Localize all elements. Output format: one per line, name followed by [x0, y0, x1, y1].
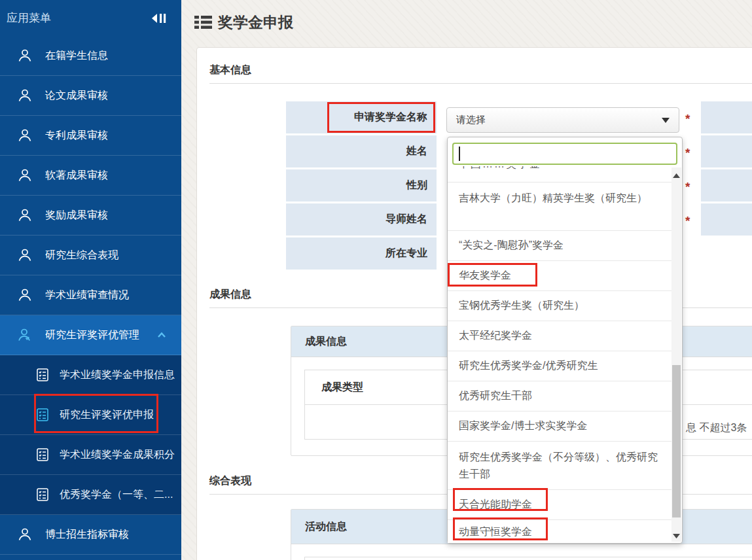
- select-value: 请选择: [456, 114, 486, 126]
- person-icon: [17, 287, 33, 303]
- form-label-major: 所在专业: [286, 237, 437, 270]
- text-caret: [459, 147, 460, 161]
- sidebar-item-grad-awards-application[interactable]: 研究生评奖评优申报: [0, 395, 181, 435]
- sidebar-item-academic-review-status[interactable]: 学术业绩审查情况: [0, 275, 181, 315]
- person-icon: [17, 207, 33, 223]
- sidebar-item-excellent-scholarship[interactable]: 优秀奖学金（一等、二...: [0, 475, 181, 515]
- person-icon: [17, 88, 33, 103]
- dropdown-option[interactable]: 优秀研究生干部: [448, 381, 673, 411]
- scrollbar-thumb[interactable]: [672, 365, 681, 517]
- dropdown-option-trina[interactable]: 天合光能助学金: [448, 490, 673, 520]
- activity-table: [304, 557, 752, 560]
- dropdown-option-clipped[interactable]: 中国……奖学金: [448, 166, 673, 183]
- dropdown-option-huayou[interactable]: 华友奖学金: [448, 261, 673, 291]
- dropdown-option[interactable]: 宝钢优秀学生奖（研究生）: [448, 291, 673, 321]
- scholarship-dropdown: 中国……奖学金 吉林大学（力旺）精英学生奖（研究生） “关实之-陶慰孙”奖学金 …: [447, 137, 683, 544]
- person-icon: [17, 128, 33, 143]
- sidebar-item-label: 学术业绩奖学金申报信息: [60, 368, 175, 382]
- form-right-label-cell: [701, 101, 752, 133]
- dropdown-option[interactable]: 研究生优秀奖学金（不分等级）、优秀研究生干部: [448, 442, 673, 490]
- sidebar-item-label: 学术业绩奖学金成果积分: [60, 448, 175, 462]
- scroll-down-icon[interactable]: [671, 533, 681, 539]
- sidebar-item-label: 在籍学生信息: [45, 49, 108, 63]
- form-right-label-cell: [701, 169, 752, 201]
- dropdown-option[interactable]: 国家奖学金/博士求实奖学金: [448, 411, 673, 442]
- form-label-name: 姓名: [286, 135, 437, 167]
- required-marker: *: [685, 146, 698, 160]
- sidebar-item-label: 研究生评奖评优申报: [60, 408, 154, 422]
- sidebar-item-label: 论文成果审核: [45, 89, 108, 103]
- sidebar-title: 应用菜单: [7, 10, 51, 26]
- dropdown-option-momentum[interactable]: 动量守恒奖学金: [448, 520, 673, 543]
- form-right-label-cell: [701, 135, 752, 167]
- section-divider: [209, 83, 752, 84]
- person-icon: [17, 167, 33, 183]
- sidebar-item-grad-awards-management[interactable]: 研究生评奖评优管理: [0, 315, 181, 355]
- dropdown-option-list: 中国……奖学金 吉林大学（力旺）精英学生奖（研究生） “关实之-陶慰孙”奖学金 …: [448, 166, 673, 543]
- section-title-achievement-info: 成果信息: [209, 288, 251, 302]
- dropdown-option[interactable]: 太平经纪奖学金: [448, 321, 673, 351]
- section-title-overall-performance: 综合表现: [209, 474, 251, 488]
- dropdown-arrow-icon: [662, 118, 670, 123]
- sidebar-item-paper-review[interactable]: 论文成果审核: [0, 76, 181, 116]
- achievement-empty-hint-fragment: 息 不超过3条: [686, 421, 747, 435]
- page-title: 奖学金申报: [218, 12, 293, 33]
- scholarship-application-page: 应用菜单 在籍学生信息 论文成果审核 专利成果审核 软著成果审核 奖励成果审核: [0, 0, 752, 560]
- sidebar: 应用菜单 在籍学生信息 论文成果审核 专利成果审核 软著成果审核 奖励成果审核: [0, 0, 181, 560]
- list-icon: [194, 15, 212, 29]
- sidebar-item-label: 软著成果审核: [45, 169, 108, 183]
- dropdown-option[interactable]: 研究生优秀奖学金/优秀研究生: [448, 351, 673, 381]
- sidebar-item-label: 研究生综合表现: [45, 249, 118, 262]
- sidebar-header: 应用菜单: [0, 0, 181, 36]
- form-label-gender: 性别: [286, 169, 437, 201]
- required-marker: *: [685, 112, 698, 126]
- dropdown-option[interactable]: 吉林大学（力旺）精英学生奖（研究生）: [448, 183, 673, 231]
- scroll-up-icon[interactable]: [671, 173, 681, 179]
- form-label-supervisor-name: 导师姓名: [286, 203, 437, 236]
- sidebar-item-phd-admission-quota-review[interactable]: 博士招生指标审核: [0, 515, 181, 555]
- collapse-sidebar-icon[interactable]: [151, 12, 167, 24]
- dropdown-scrollbar[interactable]: [671, 167, 681, 542]
- sidebar-item-software-review[interactable]: 软著成果审核: [0, 156, 181, 196]
- sidebar-item-label: 学术业绩审查情况: [45, 289, 129, 302]
- sidebar-item-label: 专利成果审核: [45, 129, 108, 143]
- form-label-scholarship-name: 申请奖学金名称: [286, 101, 437, 133]
- section-title-basic-info: 基本信息: [209, 63, 251, 77]
- scholarship-name-select[interactable]: 请选择: [446, 107, 679, 133]
- people-icon: [17, 327, 33, 343]
- required-marker: *: [685, 214, 698, 228]
- sidebar-item-enrolled-students[interactable]: 在籍学生信息: [0, 36, 181, 76]
- person-icon: [17, 527, 33, 542]
- person-icon: [17, 48, 33, 63]
- person-icon: [17, 247, 33, 263]
- sidebar-item-grad-overall-performance[interactable]: 研究生综合表现: [0, 236, 181, 275]
- dropdown-search-input[interactable]: [452, 143, 677, 165]
- sidebar-item-label: 博士招生指标审核: [45, 528, 129, 542]
- sidebar-item-award-review[interactable]: 奖励成果审核: [0, 196, 181, 236]
- sidebar-item-patent-review[interactable]: 专利成果审核: [0, 116, 181, 156]
- sidebar-item-academic-scholarship-points[interactable]: 学术业绩奖学金成果积分: [0, 435, 181, 475]
- sidebar-item-label: 优秀奖学金（一等、二...: [60, 488, 173, 502]
- required-marker: *: [685, 180, 698, 194]
- form-right-label-cell: [701, 203, 752, 236]
- sidebar-item-academic-scholarship-application-info[interactable]: 学术业绩奖学金申报信息: [0, 355, 181, 395]
- checklist-icon: [35, 368, 50, 382]
- sidebar-item-label: 奖励成果审核: [45, 209, 108, 222]
- checklist-icon: [35, 487, 50, 502]
- dropdown-option[interactable]: “关实之-陶慰孙”奖学金: [448, 231, 673, 261]
- sidebar-item-label: 研究生评奖评优管理: [45, 328, 139, 342]
- chevron-up-icon: [156, 330, 167, 340]
- checklist-icon: [35, 408, 50, 422]
- checklist-icon: [35, 447, 50, 462]
